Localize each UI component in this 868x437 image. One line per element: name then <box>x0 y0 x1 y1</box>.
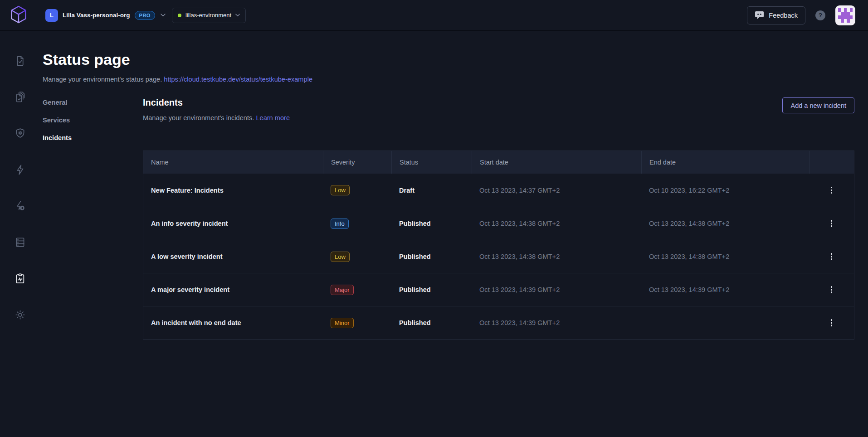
add-incident-button[interactable]: Add a new incident <box>782 97 854 113</box>
section-title: Incidents <box>143 97 290 108</box>
testkube-logo-icon[interactable] <box>9 5 28 26</box>
severity-badge: Minor <box>331 318 354 328</box>
page-description: Manage your environment's status page. <box>43 76 162 83</box>
chevron-down-icon <box>235 14 240 17</box>
kebab-menu-icon[interactable] <box>827 217 836 230</box>
main-content: Status page Manage your environment's st… <box>40 31 868 437</box>
pro-plan-badge: PRO <box>135 11 155 20</box>
topbar: L Lilla Vass-personal-org PRO lillas-env… <box>0 0 868 31</box>
document-check-icon <box>14 55 26 67</box>
help-button[interactable]: ? <box>815 10 825 20</box>
lightning-icon <box>14 164 26 176</box>
org-avatar: L <box>45 9 58 22</box>
server-stack-icon <box>14 236 26 248</box>
sidebar-item-server-stack[interactable] <box>11 233 29 251</box>
subnav-item-incidents[interactable]: Incidents <box>43 134 143 141</box>
column-header-status: Status <box>391 151 472 174</box>
incident-name: A low severity incident <box>143 253 323 260</box>
user-avatar[interactable] <box>835 5 855 25</box>
chevron-down-icon <box>161 14 166 17</box>
incident-end-date: Oct 10 2023, 16:22 GMT+2 <box>641 187 809 194</box>
sidebar-item-shield-gear[interactable] <box>11 124 29 142</box>
incident-name: New Feature: Incidents <box>143 187 323 194</box>
incident-start-date: Oct 13 2023, 14:39 GMT+2 <box>472 286 641 293</box>
documents-stack-icon <box>14 91 26 103</box>
column-header-severity: Severity <box>323 151 391 174</box>
table-row[interactable]: An incident with no end date Minor Publi… <box>143 306 854 339</box>
incident-name: A major severity incident <box>143 286 323 293</box>
incident-end-date: Oct 13 2023, 14:39 GMT+2 <box>641 286 809 293</box>
sidebar-item-lightning-run[interactable] <box>11 197 29 215</box>
sidebar-item-status-page[interactable] <box>11 269 29 287</box>
severity-badge: Major <box>331 285 354 295</box>
table-row[interactable]: New Feature: Incidents Low Draft Oct 13 … <box>143 174 854 207</box>
incident-name: An incident with no end date <box>143 319 323 326</box>
table-row[interactable]: A major severity incident Major Publishe… <box>143 273 854 306</box>
table-row[interactable]: An info severity incident Info Published… <box>143 207 854 240</box>
topbar-right: Feedback ? <box>747 5 855 25</box>
incident-status: Draft <box>391 187 472 194</box>
sidebar-item-document-check[interactable] <box>11 52 29 70</box>
kebab-menu-icon[interactable] <box>827 316 836 329</box>
incidents-table: Name Severity Status Start date End date… <box>143 151 854 340</box>
severity-badge: Low <box>331 185 350 195</box>
sidebar <box>0 31 40 437</box>
feedback-button[interactable]: Feedback <box>747 6 805 24</box>
table-header: Name Severity Status Start date End date <box>143 151 854 174</box>
incident-start-date: Oct 13 2023, 14:38 GMT+2 <box>472 220 641 227</box>
severity-badge: Info <box>331 218 349 229</box>
org-switcher[interactable]: L Lilla Vass-personal-org PRO <box>45 9 166 22</box>
kebab-menu-icon[interactable] <box>827 184 836 197</box>
column-header-end-date: End date <box>641 151 809 174</box>
kebab-menu-icon[interactable] <box>827 250 836 263</box>
incidents-panel: Incidents Manage your environment's inci… <box>143 97 854 340</box>
sidebar-item-documents-stack[interactable] <box>11 88 29 106</box>
incident-status: Published <box>391 253 472 260</box>
lightning-run-icon <box>14 200 26 212</box>
incident-status: Published <box>391 319 472 326</box>
environment-switcher[interactable]: lillas-environment <box>172 8 246 23</box>
incident-end-date: Oct 13 2023, 14:38 GMT+2 <box>641 220 809 227</box>
section-description: Manage your environment's incidents. <box>143 114 254 121</box>
shield-gear-icon <box>14 127 26 140</box>
severity-badge: Low <box>331 252 350 262</box>
org-name: Lilla Vass-personal-org <box>63 12 130 19</box>
incident-start-date: Oct 13 2023, 14:38 GMT+2 <box>472 253 641 260</box>
settings-subnav: General Services Incidents <box>43 97 143 340</box>
subnav-item-services[interactable]: Services <box>43 117 143 124</box>
gear-icon <box>14 309 26 321</box>
incident-name: An info severity incident <box>143 220 323 227</box>
identicon <box>838 8 853 23</box>
subnav-item-general[interactable]: General <box>43 99 143 106</box>
environment-name: lillas-environment <box>185 12 231 19</box>
incidents-table-body: New Feature: Incidents Low Draft Oct 13 … <box>143 174 854 339</box>
incident-end-date: Oct 13 2023, 14:38 GMT+2 <box>641 253 809 260</box>
incident-status: Published <box>391 286 472 293</box>
sidebar-item-lightning[interactable] <box>11 160 29 179</box>
page-title: Status page <box>43 51 854 68</box>
column-header-start-date: Start date <box>472 151 641 174</box>
column-header-actions <box>809 151 854 174</box>
environment-status-dot <box>178 14 181 17</box>
table-row[interactable]: A low severity incident Low Published Oc… <box>143 240 854 273</box>
feedback-label: Feedback <box>769 12 798 19</box>
incident-start-date: Oct 13 2023, 14:37 GMT+2 <box>472 187 641 194</box>
status-page-link[interactable]: https://cloud.testkube.dev/status/testku… <box>164 76 312 83</box>
discord-icon <box>755 11 764 19</box>
incident-status: Published <box>391 220 472 227</box>
learn-more-link[interactable]: Learn more <box>256 114 290 121</box>
column-header-name: Name <box>143 151 323 174</box>
clipboard-pulse-icon <box>14 272 26 285</box>
incident-start-date: Oct 13 2023, 14:39 GMT+2 <box>472 319 641 326</box>
kebab-menu-icon[interactable] <box>827 283 836 296</box>
sidebar-item-settings[interactable] <box>11 306 29 324</box>
